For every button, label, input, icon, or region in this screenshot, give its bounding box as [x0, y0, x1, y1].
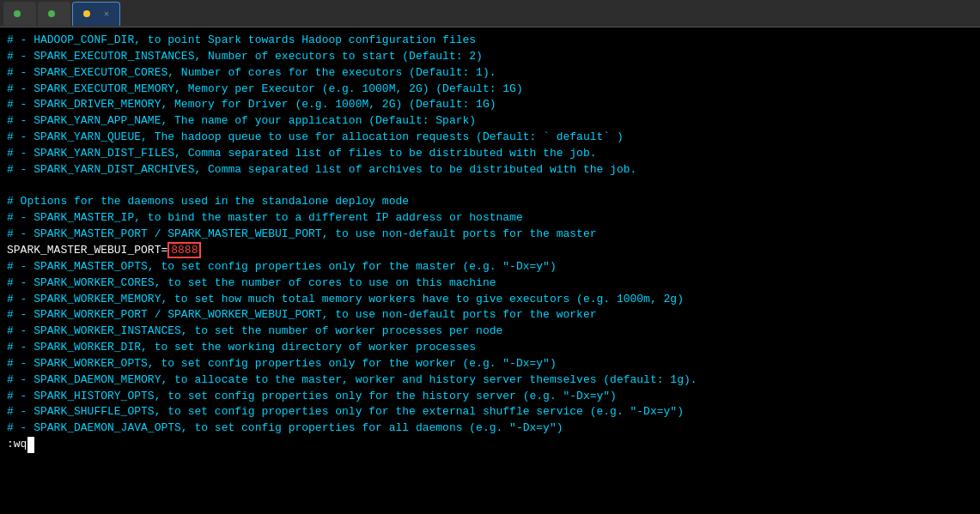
- terminal: # - HADOOP_CONF_DIR, to point Spark towa…: [0, 27, 980, 514]
- tab-1-dot: [14, 10, 21, 17]
- tab-3-close[interactable]: ✕: [104, 9, 109, 19]
- terminal-line: # - SPARK_WORKER_CORES, to set the numbe…: [7, 275, 973, 292]
- spark-master-webui-port: 8888: [167, 242, 201, 258]
- terminal-content: # - HADOOP_CONF_DIR, to point Spark towa…: [7, 33, 973, 453]
- terminal-line: # - SPARK_EXECUTOR_INSTANCES, Number of …: [7, 49, 973, 65]
- terminal-line: # - SPARK_EXECUTOR_MEMORY, Memory per Ex…: [7, 82, 973, 98]
- terminal-line: # - SPARK_YARN_DIST_FILES, Comma separat…: [7, 146, 973, 162]
- spark-master-webui-prefix: SPARK_MASTER_WEBUI_PORT=: [7, 244, 167, 257]
- tab-2-dot: [48, 10, 55, 17]
- terminal-line: # - SPARK_DRIVER_MEMORY, Memory for Driv…: [7, 97, 973, 113]
- terminal-line: # - SPARK_WORKER_OPTS, to set config pro…: [7, 356, 973, 372]
- terminal-line: # - SPARK_MASTER_IP, to bind the master …: [7, 210, 973, 227]
- terminal-line: # - SPARK_WORKER_INSTANCES, to set the n…: [7, 324, 973, 340]
- terminal-line: # - SPARK_DAEMON_JAVA_OPTS, to set confi…: [7, 420, 973, 437]
- tab-add-button[interactable]: [122, 3, 143, 24]
- terminal-line: # - SPARK_WORKER_PORT / SPARK_WORKER_WEB…: [7, 307, 973, 324]
- tab-2[interactable]: [38, 2, 70, 26]
- terminal-line: SPARK_MASTER_WEBUI_PORT=8888: [7, 243, 973, 259]
- terminal-line: # - HADOOP_CONF_DIR, to point Spark towa…: [7, 33, 973, 49]
- tab-1[interactable]: [3, 2, 36, 26]
- terminal-line: # - SPARK_WORKER_DIR, to set the working…: [7, 340, 973, 356]
- terminal-line: # - SPARK_DAEMON_MEMORY, to allocate to …: [7, 372, 973, 389]
- terminal-line: # - SPARK_YARN_APP_NAME, The name of you…: [7, 113, 973, 130]
- terminal-line: # - SPARK_MASTER_PORT / SPARK_MASTER_WEB…: [7, 227, 973, 243]
- terminal-line: [7, 178, 973, 195]
- terminal-line: # - SPARK_MASTER_OPTS, to set config pro…: [7, 259, 973, 275]
- tab-3-dot: [83, 10, 90, 17]
- cursor: [27, 437, 34, 453]
- tab-bar: ✕: [0, 0, 980, 27]
- tab-3[interactable]: ✕: [72, 2, 120, 26]
- terminal-line: # - SPARK_YARN_QUEUE, The hadoop queue t…: [7, 130, 973, 146]
- terminal-line: :wq: [7, 437, 973, 453]
- terminal-line: # - SPARK_YARN_DIST_ARCHIVES, Comma sepa…: [7, 162, 973, 178]
- terminal-line: # - SPARK_EXECUTOR_CORES, Number of core…: [7, 65, 973, 82]
- terminal-line: # - SPARK_HISTORY_OPTS, to set config pr…: [7, 389, 973, 405]
- terminal-line: # - SPARK_SHUFFLE_OPTS, to set config pr…: [7, 404, 973, 420]
- terminal-line: # Options for the daemons used in the st…: [7, 194, 973, 210]
- terminal-line: # - SPARK_WORKER_MEMORY, to set how much…: [7, 292, 973, 308]
